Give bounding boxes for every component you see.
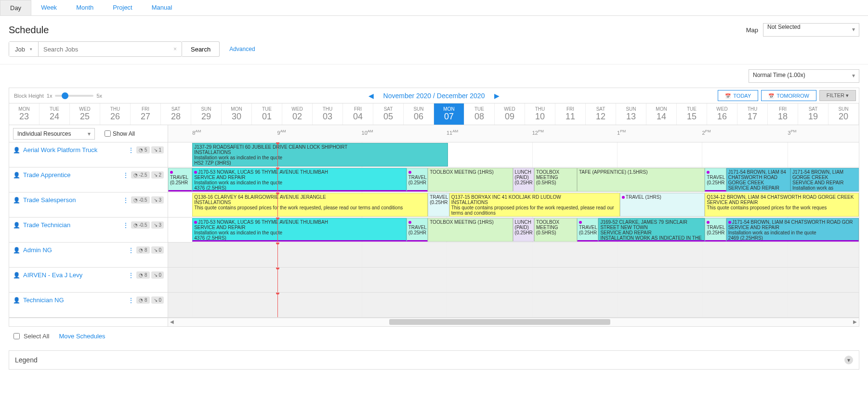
resource-menu-icon[interactable]: ⋮ (126, 146, 136, 154)
schedule-event[interactable]: J137-29 ROADSAFETI 60 JUBILEE DRIVE CEAN… (192, 143, 448, 167)
date-cell[interactable]: SAT05 (373, 103, 404, 125)
advanced-link[interactable]: Advanced (229, 46, 255, 52)
tab-month[interactable]: Month (66, 0, 103, 15)
resource-timeline[interactable]: J137-29 ROADSAFETI 60 JUBILEE DRIVE CEAN… (168, 142, 859, 167)
filter-button[interactable]: FILTER ▾ (819, 90, 856, 101)
resource-dropdown[interactable]: Individual Resources (13, 128, 95, 140)
resource-timeline[interactable]: Q138-16 CLARVEY 64 BLAIRGOWRIE AVENUE JE… (168, 193, 859, 217)
chevron-down-icon[interactable]: ▼ (844, 356, 853, 364)
date-cell[interactable]: WED09 (495, 103, 525, 125)
scroll-right-icon[interactable]: ▶ (853, 319, 857, 324)
schedule-event[interactable]: J170-53 NOWAK, LUCAS 96 THYME AVENUE THU… (192, 168, 407, 192)
job-type-dropdown[interactable]: Job (9, 42, 39, 56)
block-height-slider[interactable] (55, 95, 93, 97)
resource-name[interactable]: 👤Aerial Work Platform Truck (13, 146, 126, 154)
resource-menu-icon[interactable]: ⋮ (126, 296, 136, 304)
schedule-event[interactable]: TRAVEL (0.25HR (407, 168, 428, 192)
tab-day[interactable]: Day (0, 0, 31, 15)
move-schedules-link[interactable]: Move Schedules (59, 333, 105, 340)
scrollbar-track[interactable]: ◀ ▶ (168, 318, 859, 326)
schedule-event[interactable]: Q134-12 BROWN, LIAM 84 CHATSWORTH ROAD G… (705, 193, 859, 217)
resource-timeline[interactable] (168, 293, 859, 317)
date-cell[interactable]: SUN13 (616, 103, 646, 125)
date-cell[interactable]: FRI11 (555, 103, 586, 125)
date-cell[interactable]: FRI18 (768, 103, 798, 125)
schedule-event[interactable]: TOOLBOX MEETING (0.5HRS) (534, 168, 577, 192)
schedule-event[interactable]: J171-54 BROWN, LIAM GORGE CREEKSERVICE A… (790, 168, 859, 192)
resource-timeline[interactable] (168, 243, 859, 267)
prev-arrow-icon[interactable]: ◀ (368, 92, 374, 100)
date-cell[interactable]: SUN29 (191, 103, 222, 125)
scroll-left-icon[interactable]: ◀ (170, 319, 174, 324)
search-button[interactable]: Search (182, 41, 220, 57)
search-input[interactable] (39, 42, 169, 56)
schedule-event[interactable]: LUNCH (PAID) (0.25HR (513, 168, 534, 192)
date-cell[interactable]: THU10 (525, 103, 555, 125)
resource-menu-icon[interactable]: ⋮ (120, 221, 131, 229)
schedule-event[interactable]: J169-52 CLARKE, JAMES 79 SINCLAIR STREET… (598, 218, 705, 242)
date-cell[interactable]: SAT19 (798, 103, 829, 125)
resource-name[interactable]: 👤Trade Apprentice (13, 171, 120, 179)
date-range[interactable]: November 2020 / December 2020 (383, 92, 485, 100)
resource-menu-icon[interactable]: ⋮ (126, 246, 136, 254)
tab-project[interactable]: Project (103, 0, 142, 15)
date-cell[interactable]: TUE01 (252, 103, 282, 125)
date-cell[interactable]: SUN20 (829, 103, 859, 125)
date-cell[interactable]: WED02 (282, 103, 313, 125)
date-cell[interactable]: MON23 (9, 103, 39, 125)
resource-timeline[interactable]: TRAVEL (0.25HRJ170-53 NOWAK, LUCAS 96 TH… (168, 167, 859, 192)
date-cell[interactable]: MON30 (222, 103, 252, 125)
date-cell[interactable]: TUE08 (464, 103, 495, 125)
date-cell[interactable]: THU17 (737, 103, 768, 125)
schedule-event[interactable]: TAFE (APPRENTICE) (1.5HRS) (577, 168, 705, 192)
select-all-checkbox[interactable]: Select All (13, 333, 49, 340)
date-cell[interactable]: SUN06 (404, 103, 434, 125)
date-cell[interactable]: MON07 (434, 103, 464, 125)
today-button[interactable]: TODAY (718, 90, 758, 101)
map-select[interactable]: Not Selected (763, 23, 859, 37)
schedule-event[interactable]: TRAVEL (0.25HR (428, 193, 449, 217)
schedule-event[interactable]: LUNCH (PAID) (0.25HR (513, 218, 534, 242)
select-all-input[interactable] (13, 333, 20, 339)
date-cell[interactable]: SAT12 (586, 103, 616, 125)
schedule-event[interactable]: TRAVEL (1HRS) (620, 193, 705, 217)
tomorrow-button[interactable]: TOMORROW (761, 90, 816, 101)
schedule-event[interactable]: TRAVEL (0.25HR (407, 218, 428, 242)
tab-manual[interactable]: Manual (142, 0, 182, 15)
schedule-event[interactable]: TRAVEL (0.25HR (577, 218, 598, 242)
date-cell[interactable]: TUE15 (677, 103, 707, 125)
tab-week[interactable]: Week (31, 0, 66, 15)
resource-name[interactable]: 👤Trade Technician (13, 221, 120, 229)
schedule-event[interactable]: TOOLBOX MEETING (1HRS) (428, 168, 513, 192)
resource-menu-icon[interactable]: ⋮ (120, 171, 131, 179)
resource-name[interactable]: 👤AIRVEN - Eva J Levy (13, 271, 126, 279)
schedule-event[interactable]: J171-54 BROWN, LIAM 84 CHATSWORTH ROAD G… (726, 168, 790, 192)
date-cell[interactable]: SAT28 (161, 103, 191, 125)
schedule-event[interactable]: J171-54 BROWN, LIAM 84 CHATSWORTH ROAD G… (726, 218, 859, 242)
schedule-event[interactable]: Q137-15 BORYAX INC 41 KOOLJAK RD LUDLOWI… (449, 193, 620, 217)
slider-thumb[interactable] (62, 92, 68, 99)
resource-name[interactable]: 👤Technician NG (13, 296, 126, 304)
schedule-event[interactable]: TOOLBOX MEETING (1HRS) (428, 218, 513, 242)
date-cell[interactable]: WED16 (707, 103, 737, 125)
show-all-input[interactable] (105, 130, 111, 137)
resource-timeline[interactable] (168, 268, 859, 292)
schedule-event[interactable]: TRAVEL (0.25HR (705, 218, 726, 242)
scroll-thumb[interactable] (389, 319, 610, 325)
date-cell[interactable]: TUE24 (39, 103, 70, 125)
time-mode-select[interactable]: Normal Time (1.00x) (749, 69, 859, 83)
resource-timeline[interactable]: J170-53 NOWAK, LUCAS 96 THYME AVENUE THU… (168, 218, 859, 242)
resource-menu-icon[interactable]: ⋮ (120, 196, 131, 204)
date-cell[interactable]: WED25 (70, 103, 100, 125)
schedule-event[interactable]: TRAVEL (0.25HR (705, 168, 726, 192)
schedule-event[interactable]: Q138-16 CLARVEY 64 BLAIRGOWRIE AVENUE JE… (192, 193, 428, 217)
date-cell[interactable]: THU03 (313, 103, 343, 125)
legend-panel[interactable]: Legend ▼ (9, 350, 859, 370)
resource-menu-icon[interactable]: ⋮ (126, 271, 136, 279)
resource-name[interactable]: 👤Trade Salesperson (13, 196, 120, 204)
date-cell[interactable]: MON14 (646, 103, 677, 125)
date-cell[interactable]: FRI04 (343, 103, 373, 125)
resource-name[interactable]: 👤Admin NG (13, 246, 126, 254)
date-cell[interactable]: THU26 (100, 103, 131, 125)
schedule-event[interactable]: TRAVEL (0.25HR (168, 168, 192, 192)
